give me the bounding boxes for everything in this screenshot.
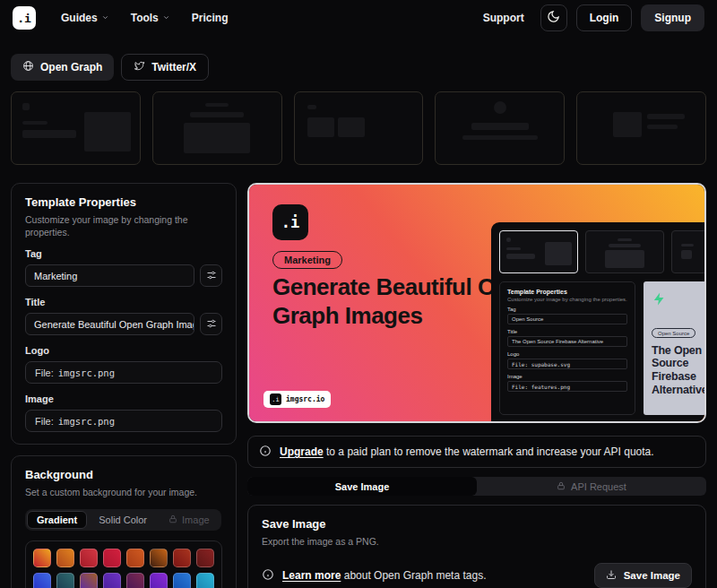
nested-logo-input: File: supabase.svg [507, 359, 627, 369]
save-card-title: Save Image [262, 517, 692, 531]
nested-properties-title: Template Properties [507, 289, 627, 295]
tab-gradient[interactable]: Gradient [27, 511, 87, 529]
logo-file-input[interactable]: File: imgsrc.png [25, 361, 222, 384]
properties-title: Template Properties [25, 195, 222, 209]
signup-button[interactable]: Signup [641, 4, 704, 31]
image-file-name: imgsrc.png [58, 416, 115, 427]
image-type-tabs: Open Graph Twitter/X [11, 54, 706, 81]
gradient-swatch[interactable] [173, 549, 191, 567]
nested-image-label: Image [507, 374, 627, 379]
gradient-swatch[interactable] [126, 573, 144, 588]
save-image-card: Save Image Export the image as a PNG. Le… [247, 505, 706, 588]
chevron-down-icon [162, 12, 170, 24]
nested-thumbnail [671, 230, 706, 273]
tag-input[interactable]: Marketing [25, 264, 194, 287]
nav-item-tools[interactable]: Tools [131, 12, 170, 24]
gradient-swatch[interactable] [126, 549, 144, 567]
save-image-button-label: Save Image [624, 570, 680, 581]
nested-logo-label: Logo [507, 351, 627, 357]
learn-more-rest: about Open Graph meta tags. [344, 569, 487, 582]
nested-thumbnail [585, 230, 664, 273]
save-image-button[interactable]: Save Image [594, 563, 692, 588]
preview-logo-text: .i [281, 213, 299, 231]
lock-icon [168, 514, 177, 525]
login-button[interactable]: Login [576, 4, 633, 31]
logo-file-prefix: File: [35, 368, 54, 378]
learn-more-link[interactable]: Learn more [282, 569, 341, 582]
nested-tag-label: Tag [507, 307, 627, 312]
logo-file-name: imgsrc.png [58, 368, 115, 378]
gradient-swatch[interactable] [56, 573, 74, 588]
tab-twitter-x[interactable]: Twitter/X [121, 54, 209, 81]
nav-item-pricing[interactable]: Pricing [192, 12, 229, 24]
background-title: Background [25, 468, 222, 481]
gradient-swatch[interactable] [33, 573, 51, 588]
nav-pricing-label: Pricing [192, 12, 229, 24]
gradient-swatch[interactable] [196, 573, 214, 588]
nav-guides-label: Guides [61, 12, 98, 24]
gradient-swatch[interactable] [80, 549, 98, 567]
gradient-swatch[interactable] [150, 573, 168, 588]
template-thumbnail-row [11, 91, 706, 165]
preview-logo: .i [272, 204, 308, 240]
tab-open-graph[interactable]: Open Graph [11, 54, 114, 81]
nested-editor-row: Template Properties Customize your image… [499, 281, 698, 415]
upgrade-text: to a paid plan to remove the watermark a… [326, 445, 654, 458]
title-input[interactable]: Generate Beautiful Open Graph Images [25, 313, 194, 335]
top-navbar: .i Guides Tools Pricing Support Login Si… [0, 0, 717, 36]
chevron-down-icon [101, 12, 109, 24]
supabase-bolt-icon [652, 294, 667, 309]
login-label: Login [590, 12, 619, 24]
theme-toggle-button[interactable] [540, 4, 567, 31]
nested-properties-subtitle: Customize your image by changing the pro… [507, 297, 627, 302]
upgrade-link[interactable]: Upgrade [280, 445, 324, 458]
app-logo-text: .i [17, 12, 31, 25]
sliders-icon [206, 316, 217, 333]
background-card: Background Set a custom background for y… [11, 455, 237, 588]
image-file-prefix: File: [35, 416, 54, 427]
template-thumbnail[interactable] [576, 91, 706, 165]
tab-api-request-label: API Request [571, 481, 626, 492]
sliders-icon [206, 268, 217, 284]
nested-thumbnail [499, 230, 578, 273]
gradient-swatch[interactable] [103, 549, 121, 567]
template-thumbnail[interactable] [294, 91, 424, 165]
nested-og-title: The Open Source Firebase Alternative [652, 344, 706, 397]
template-thumbnail[interactable] [435, 91, 565, 165]
watermark-logo: .i [270, 393, 281, 405]
image-file-input[interactable]: File: imgsrc.png [25, 410, 222, 432]
tab-image[interactable]: Image [159, 511, 220, 529]
gradient-swatch[interactable] [103, 573, 121, 588]
tab-save-image[interactable]: Save Image [247, 477, 477, 496]
gradient-swatch[interactable] [196, 549, 214, 567]
preview-tag-badge: Marketing [272, 251, 342, 269]
gradient-swatch[interactable] [33, 549, 51, 567]
tag-options-button[interactable] [200, 264, 222, 287]
gradient-swatch[interactable] [80, 573, 98, 588]
gradient-swatch[interactable] [173, 573, 191, 588]
tab-api-request[interactable]: API Request [477, 477, 706, 496]
properties-subtitle: Customize your image by changing the pro… [25, 213, 222, 238]
nested-tag-input: Open Source [507, 314, 627, 324]
tab-solid-color[interactable]: Solid Color [89, 511, 157, 529]
nested-title-label: Title [507, 329, 627, 334]
app-logo[interactable]: .i [13, 6, 36, 30]
title-options-button[interactable] [200, 313, 222, 335]
gradient-swatch[interactable] [56, 549, 74, 567]
app-root: .i Guides Tools Pricing Support Login Si… [0, 0, 717, 588]
watermark-text: imgsrc.io [286, 395, 324, 403]
logo-label: Logo [25, 345, 222, 356]
main-nav: Guides Tools Pricing [61, 12, 228, 24]
upgrade-notice: Upgrade to a paid plan to remove the wat… [247, 436, 706, 468]
nav-item-guides[interactable]: Guides [61, 12, 109, 24]
template-thumbnail[interactable] [11, 91, 141, 165]
tab-twitter-x-label: Twitter/X [151, 61, 196, 74]
support-link[interactable]: Support [483, 12, 524, 24]
tag-label: Tag [25, 248, 222, 259]
gradient-swatch[interactable] [150, 549, 168, 567]
nested-title-input: The Open Source Firebase Alternative [507, 336, 627, 347]
template-thumbnail[interactable] [152, 91, 282, 165]
editor-layout: Template Properties Customize your image… [11, 183, 706, 588]
main-content: Open Graph Twitter/X [0, 54, 717, 588]
settings-column: Template Properties Customize your image… [11, 183, 237, 588]
